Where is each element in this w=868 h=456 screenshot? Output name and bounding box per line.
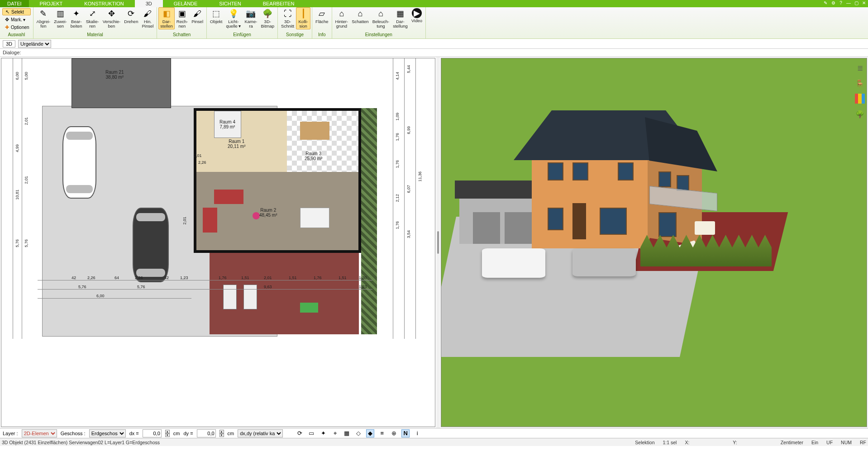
video-button[interactable]: ▶Video xyxy=(410,7,424,24)
area-icon: ▱ xyxy=(316,8,327,19)
mark-button[interactable]: ✥Mark.▾ xyxy=(2,16,31,23)
dx-spinner[interactable]: ▲▼ xyxy=(165,430,170,437)
tab-projekt[interactable]: PROJEKT xyxy=(29,0,74,7)
tool-clock-icon[interactable]: ⟳ xyxy=(296,429,304,437)
help-icon[interactable]: ? xyxy=(838,0,844,6)
bitmap-label: 3D- Bitmap xyxy=(261,19,274,28)
tool-grid-icon[interactable]: ▦ xyxy=(343,429,351,437)
darstellen-button[interactable]: ◧Dar- stellen xyxy=(158,7,174,29)
pencil-icon[interactable]: ✎ xyxy=(822,0,829,6)
kollision-label: Kolli- sion xyxy=(299,19,308,28)
dim: 1,76 xyxy=(395,133,400,141)
tool-snap1-icon[interactable]: ✦ xyxy=(319,429,327,437)
dim: 5,76 xyxy=(15,239,19,247)
view-splitter[interactable] xyxy=(436,57,440,428)
schatten-button[interactable]: ⌂Schatten xyxy=(350,7,371,25)
tool-snap2-icon[interactable]: ⌖ xyxy=(331,429,339,437)
tool-target-icon[interactable]: ⊕ xyxy=(390,429,398,437)
play-icon: ▶ xyxy=(412,8,422,18)
palette-icon[interactable]: ▦ xyxy=(855,94,865,104)
tool-snap3-icon[interactable]: ◆ xyxy=(366,429,374,437)
tool-i-icon[interactable]: i xyxy=(413,429,421,437)
hinpinsel-button[interactable]: 🖌Hin. Pinsel xyxy=(140,7,155,29)
layer-select[interactable]: 2D-Elemen xyxy=(22,429,57,437)
dim: 5,00 xyxy=(24,72,29,80)
tool-ortho-icon[interactable]: ◇ xyxy=(354,429,362,437)
lightbulb-icon: 💡 xyxy=(228,8,239,19)
tool-n-icon[interactable]: N xyxy=(401,429,410,437)
assign-icon: ▥ xyxy=(55,8,66,19)
window-3d xyxy=(618,162,634,180)
gear-icon[interactable]: ⚙ xyxy=(830,0,836,6)
schnitt-button[interactable]: ⛶3D- Schnitt xyxy=(279,7,296,29)
darstellung-button[interactable]: ▦Dar- stellung xyxy=(391,7,410,29)
drehen-button[interactable]: ⟳Drehen xyxy=(122,7,140,25)
hintergrund-button[interactable]: ⌂Hinter- grund xyxy=(334,7,350,29)
window-controls: ✎ ⚙ ? — ▢ ✕ xyxy=(822,0,868,6)
floor-select[interactable]: Erdgeschos xyxy=(89,429,126,437)
optionen-button[interactable]: ✚Optionen xyxy=(2,24,31,31)
coordmode-select[interactable]: dx,dy (relativ ka xyxy=(238,429,283,437)
dialog-label: Dialoge: xyxy=(3,50,21,55)
objekt-button[interactable]: ⬚Objekt xyxy=(208,7,224,25)
schatten-pinsel-button[interactable]: 🖌Pinsel xyxy=(190,7,205,25)
verschieben-label: Verschie- ben xyxy=(103,19,121,28)
dy-input[interactable] xyxy=(197,429,216,437)
selekt-button[interactable]: ↖Selekt xyxy=(2,8,31,15)
bearbeiten-button[interactable]: ✦Bear- beiten xyxy=(69,7,84,29)
zuweisen-button[interactable]: ▥Zuwei- sen xyxy=(52,7,69,29)
tool-lines-icon[interactable]: ≡ xyxy=(378,429,386,437)
tab-konstruktion[interactable]: KONSTRUKTION xyxy=(73,0,134,7)
dim: 1,30 xyxy=(359,276,367,280)
camera-icon: 📷 xyxy=(245,8,256,19)
view-2d[interactable]: Raum 2138,80 m² Raum 47,89 m² Raum 120,1… xyxy=(1,58,435,427)
tab-gelaende[interactable]: GELÄNDE xyxy=(163,0,209,7)
view-3d[interactable]: ≣ 🪑 ▦ 🌳 xyxy=(441,58,867,427)
dx-input[interactable] xyxy=(143,429,162,437)
tab-sichten[interactable]: SICHTEN xyxy=(208,0,252,7)
kollision-button[interactable]: ┃Kolli- sion xyxy=(296,7,310,29)
dim: 1,76 xyxy=(314,276,322,280)
unit-cm: cm xyxy=(228,431,234,436)
dim: 6,07 xyxy=(406,185,411,193)
tab-3d[interactable]: 3D xyxy=(135,0,163,7)
mark-icon: ✥ xyxy=(4,16,10,23)
room1-label: Raum 120,11 m² xyxy=(228,139,245,149)
maximize-icon[interactable]: ▢ xyxy=(853,0,859,6)
skalieren-button[interactable]: ⤢Skalie- ren xyxy=(84,7,101,29)
schnitt-label: 3D- Schnitt xyxy=(281,19,294,28)
optionen-label: Optionen xyxy=(11,25,29,30)
abgreifen-button[interactable]: ✎Abgrei- fen xyxy=(35,7,52,29)
bearbeiten-label: Bear- beiten xyxy=(71,19,82,28)
bitmap-button[interactable]: 🌳3D- Bitmap xyxy=(259,7,276,29)
room2-label: Raum 248,45 m² xyxy=(259,208,277,218)
tab-file[interactable]: DATEI xyxy=(0,0,29,7)
dim: 2,01 xyxy=(264,276,272,280)
dimline xyxy=(404,58,405,339)
tree-toggle-icon[interactable]: 🌳 xyxy=(855,109,865,119)
dy-spinner[interactable]: ▲▼ xyxy=(219,430,224,437)
window-3d xyxy=(658,171,671,187)
sofa-1 xyxy=(214,190,243,204)
flaeche-button[interactable]: ▱Fläche xyxy=(314,7,330,25)
rechnen-button[interactable]: ▣Rech- nen xyxy=(175,7,190,29)
beleuchtung-button[interactable]: ⌂Beleuch- tung xyxy=(371,7,391,29)
layers-icon[interactable]: ≣ xyxy=(855,63,865,73)
dim: 2,01 xyxy=(182,217,187,225)
zuweisen-label: Zuwei- sen xyxy=(54,19,67,28)
terrain-select[interactable]: Urgelände xyxy=(18,40,51,48)
status-object: 3D Objekt (2431 Einzelflächen) Servierwa… xyxy=(2,440,160,445)
room2-floor xyxy=(196,172,358,250)
house-icon: ⌂ xyxy=(336,8,347,19)
dining-table xyxy=(300,122,329,140)
minimize-icon[interactable]: — xyxy=(845,0,852,6)
furniture-icon[interactable]: 🪑 xyxy=(855,78,865,88)
tool-rect-icon[interactable]: ▭ xyxy=(307,429,315,437)
lichtquelle-button[interactable]: 💡Licht- quelle ▾ xyxy=(224,7,243,29)
verschieben-button[interactable]: ✥Verschie- ben xyxy=(101,7,123,29)
kamera-button[interactable]: 📷Kame- ra xyxy=(243,7,259,29)
group-label: Sonstige xyxy=(286,32,304,38)
group-label: Auswahl xyxy=(8,32,25,38)
close-icon[interactable]: ✕ xyxy=(861,0,867,6)
tab-bearbeiten[interactable]: BEARBEITEN xyxy=(252,0,305,7)
